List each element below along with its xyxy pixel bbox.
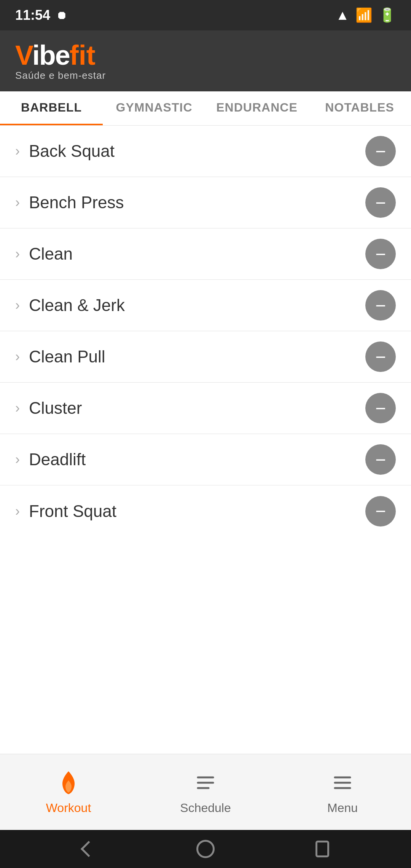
exercise-item-front-squat[interactable]: › Front Squat − bbox=[0, 485, 411, 537]
minus-button-deadlift[interactable]: − bbox=[365, 444, 396, 475]
exercise-list: › Back Squat − › Bench Press − › Clean −… bbox=[0, 126, 411, 754]
exercise-item-back-squat[interactable]: › Back Squat − bbox=[0, 126, 411, 177]
chevron-right-icon: › bbox=[15, 298, 20, 312]
logo: Vibe fit Saúde e bem-estar bbox=[15, 41, 106, 80]
back-button[interactable] bbox=[77, 838, 100, 860]
bottom-nav: Workout Schedule Menu bbox=[0, 754, 411, 830]
status-time-area: 11:54 ⏺ bbox=[15, 7, 67, 23]
exercise-item-bench-press[interactable]: › Bench Press − bbox=[0, 177, 411, 228]
exercise-item-clean[interactable]: › Clean − bbox=[0, 228, 411, 280]
category-tabs: BARBELL GYMNASTIC ENDURANCE NOTABLES bbox=[0, 91, 411, 126]
nav-workout[interactable]: Workout bbox=[0, 754, 137, 830]
tab-endurance[interactable]: ENDURANCE bbox=[206, 91, 308, 125]
chevron-right-icon: › bbox=[15, 350, 20, 364]
tab-notables[interactable]: NOTABLES bbox=[308, 91, 411, 125]
nav-menu[interactable]: Menu bbox=[274, 754, 411, 830]
minus-button-cluster[interactable]: − bbox=[365, 393, 396, 423]
menu-icon bbox=[329, 769, 356, 796]
chevron-right-icon: › bbox=[15, 453, 20, 466]
flame-icon bbox=[55, 769, 82, 796]
minus-button-clean-jerk[interactable]: − bbox=[365, 290, 396, 321]
wifi-icon: ▲ bbox=[336, 7, 349, 23]
exercise-name: Front Squat bbox=[29, 502, 116, 521]
nav-workout-label: Workout bbox=[46, 801, 91, 815]
logo-tagline: Saúde e bem-estar bbox=[15, 70, 106, 80]
minus-button-clean[interactable]: − bbox=[365, 239, 396, 269]
nav-schedule[interactable]: Schedule bbox=[137, 754, 274, 830]
system-nav-bar bbox=[0, 830, 411, 868]
exercise-item-clean-pull[interactable]: › Clean Pull − bbox=[0, 331, 411, 383]
status-time: 11:54 bbox=[15, 7, 50, 23]
chevron-right-icon: › bbox=[15, 504, 20, 518]
nav-menu-label: Menu bbox=[327, 801, 358, 815]
minus-button-back-squat[interactable]: − bbox=[365, 136, 396, 166]
chevron-right-icon: › bbox=[15, 401, 20, 415]
exercise-item-deadlift[interactable]: › Deadlift − bbox=[0, 434, 411, 485]
chevron-right-icon: › bbox=[15, 144, 20, 158]
signal-icon: 📶 bbox=[355, 7, 373, 23]
chevron-right-icon: › bbox=[15, 196, 20, 209]
exercise-name: Clean Pull bbox=[29, 347, 105, 366]
list-icon bbox=[192, 769, 219, 796]
home-button[interactable] bbox=[194, 838, 217, 860]
exercise-name: Back Squat bbox=[29, 142, 115, 161]
exercise-name: Deadlift bbox=[29, 450, 86, 469]
exercise-name: Bench Press bbox=[29, 193, 124, 212]
recents-button[interactable] bbox=[311, 838, 334, 860]
status-bar: 11:54 ⏺ ▲ 📶 🔋 bbox=[0, 0, 411, 30]
logo-text: Vibe bbox=[15, 41, 70, 69]
minus-button-clean-pull[interactable]: − bbox=[365, 341, 396, 372]
exercise-item-cluster[interactable]: › Cluster − bbox=[0, 383, 411, 434]
nav-schedule-label: Schedule bbox=[180, 801, 231, 815]
minus-button-front-squat[interactable]: − bbox=[365, 496, 396, 527]
chevron-right-icon: › bbox=[15, 247, 20, 261]
tab-barbell[interactable]: BARBELL bbox=[0, 91, 103, 125]
exercise-name: Clean & Jerk bbox=[29, 296, 125, 315]
status-icon-record: ⏺ bbox=[56, 9, 67, 22]
battery-icon: 🔋 bbox=[379, 7, 396, 23]
exercise-item-clean-jerk[interactable]: › Clean & Jerk − bbox=[0, 280, 411, 331]
logo-fit-text: fit bbox=[70, 41, 96, 69]
app-header: Vibe fit Saúde e bem-estar bbox=[0, 30, 411, 91]
exercise-name: Clean bbox=[29, 244, 73, 263]
exercise-name: Cluster bbox=[29, 399, 82, 418]
status-icons-area: ▲ 📶 🔋 bbox=[336, 7, 396, 23]
minus-button-bench-press[interactable]: − bbox=[365, 187, 396, 218]
tab-gymnastic[interactable]: GYMNASTIC bbox=[103, 91, 206, 125]
